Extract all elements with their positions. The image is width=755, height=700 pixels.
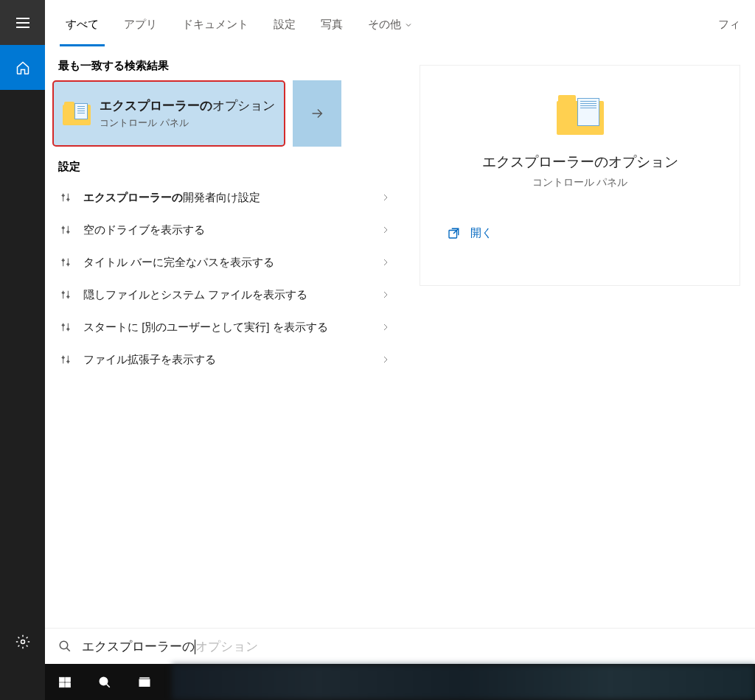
best-match-title: エクスプローラーのオプション [100,97,275,114]
home-button[interactable] [0,45,45,90]
preview-subtitle: コントロール パネル [435,176,725,189]
svg-rect-18 [66,682,71,687]
preview-title: エクスプローラーのオプション [435,153,725,172]
setting-item-4[interactable]: スタートに [別のユーザーとして実行] を表示する [45,311,405,343]
sliders-icon [58,352,73,367]
sliders-icon [58,255,73,270]
sliders-icon [58,287,73,302]
sliders-icon [58,223,73,237]
settings-button[interactable] [0,619,45,664]
chevron-right-icon [380,289,392,301]
taskbar-search-button[interactable] [85,664,125,700]
chevron-right-icon [380,354,392,365]
tab-photos[interactable]: 写真 [315,3,349,46]
folder-options-icon [63,102,91,125]
tab-more-label: その他 [368,18,401,32]
open-label: 開く [470,226,493,240]
setting-label: タイトル バーに完全なパスを表示する [83,256,369,270]
tab-settings[interactable]: 設定 [268,3,302,46]
chevron-right-icon [380,192,392,203]
gear-icon [15,634,30,649]
arrow-right-icon [309,105,325,122]
svg-point-19 [100,677,108,685]
preview-folder-icon [557,95,604,135]
chevron-down-icon [404,21,413,29]
setting-item-0[interactable]: エクスプローラーの開発者向け設定 [45,181,405,214]
best-match-subtitle: コントロール パネル [100,116,275,130]
svg-rect-15 [60,677,65,682]
setting-label: エクスプローラーの開発者向け設定 [83,191,369,205]
best-match-item[interactable]: エクスプローラーのオプション コントロール パネル [52,80,285,147]
setting-label: スタートに [別のユーザーとして実行] を表示する [83,321,369,335]
setting-item-1[interactable]: 空のドライブを表示する [45,214,405,246]
taskbar [45,664,755,700]
tab-all[interactable]: すべて [60,3,105,46]
task-view-button[interactable] [125,664,164,700]
task-view-icon [138,676,151,689]
sliders-icon [58,320,73,335]
chevron-right-icon [380,224,392,236]
setting-label: 空のドライブを表示する [83,223,369,237]
open-action[interactable]: 開く [435,219,725,248]
left-sidebar [0,0,45,700]
setting-item-2[interactable]: タイトル バーに完全なパスを表示する [45,246,405,279]
setting-label: ファイル拡張子を表示する [83,353,369,367]
settings-section-header: 設定 [45,147,405,181]
setting-item-3[interactable]: 隠しファイルとシステム ファイルを表示する [45,279,405,311]
svg-rect-16 [66,677,71,682]
hamburger-button[interactable] [0,0,45,45]
start-button[interactable] [45,664,85,700]
windows-icon [58,676,72,689]
svg-point-0 [21,640,24,643]
sliders-icon [58,190,73,205]
search-input-row[interactable]: エクスプローラーのオプション [45,628,755,664]
hamburger-icon [16,18,29,28]
tab-more[interactable]: その他 [362,3,419,46]
chevron-right-icon [380,256,392,268]
setting-item-5[interactable]: ファイル拡張子を表示する [45,343,405,376]
svg-rect-20 [139,679,150,686]
chevron-right-icon [380,321,392,333]
tab-apps[interactable]: アプリ [118,3,163,46]
open-icon [447,227,460,240]
svg-rect-17 [60,682,65,687]
results-panel: 最も一致する検索結果 エクスプローラーのオプション コ [45,50,405,700]
preview-panel: エクスプローラーのオプション コントロール パネル 開く [405,50,755,700]
best-match-header: 最も一致する検索結果 [45,50,405,80]
search-text: エクスプローラーのオプション [82,638,258,655]
filter-label[interactable]: フィ [718,18,740,32]
best-match-arrow-button[interactable] [293,80,341,147]
svg-point-14 [60,641,68,649]
search-icon [98,676,111,689]
search-icon [58,640,72,653]
tab-documents[interactable]: ドキュメント [176,3,254,46]
setting-label: 隠しファイルとシステム ファイルを表示する [83,288,369,302]
tabs-bar: すべて アプリ ドキュメント 設定 写真 その他 フィ [45,0,755,50]
taskbar-apps-area [172,664,755,700]
home-icon [15,60,30,75]
